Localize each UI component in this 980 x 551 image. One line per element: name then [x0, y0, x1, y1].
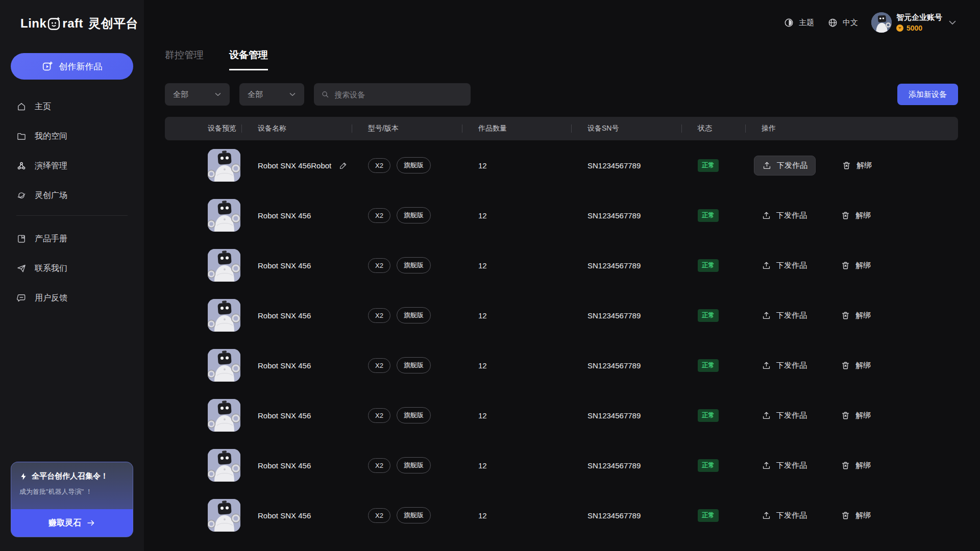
sidebar: Link raft 灵创平台 创作新作品 主页 [0, 0, 144, 551]
download-button[interactable]: 下发作品 [762, 211, 807, 220]
earn-lingshi-button[interactable]: 赚取灵石 [11, 509, 133, 537]
home-icon [16, 102, 27, 112]
download-button[interactable]: 下发作品 [754, 156, 816, 176]
search-icon [321, 90, 329, 99]
filter-select-type-value: 全部 [173, 90, 188, 99]
chevron-down-icon [288, 90, 297, 99]
sidebar-item-contact-us[interactable]: 联系我们 [8, 256, 136, 281]
brand-prefix: Link [20, 16, 46, 31]
model-badge: X2 [368, 458, 390, 473]
unbind-button[interactable]: 解绑 [841, 461, 871, 470]
main-content: 主题 中文 智元企业账号 5000 [144, 0, 980, 551]
download-button[interactable]: 下发作品 [762, 361, 807, 370]
device-sn: SN1234567789 [587, 261, 641, 270]
table-row: Robot SNX 456 X2 旗舰版 12 SN1234567789 正常 … [165, 390, 958, 440]
unbind-button[interactable]: 解绑 [841, 211, 871, 220]
works-count-cell: 12 [462, 361, 571, 370]
model-version-cell: X2 旗舰版 [352, 407, 462, 423]
tab-group-control[interactable]: 群控管理 [165, 48, 204, 70]
upload-icon [762, 411, 771, 420]
coin-icon [896, 24, 903, 32]
account-menu[interactable]: 智元企业账号 5000 [871, 12, 958, 33]
actions-cell: 下发作品 解绑 [745, 161, 958, 170]
version-badge: 旗舰版 [397, 407, 431, 423]
device-sn: SN1234567789 [587, 511, 641, 520]
device-name: Robot SNX 456 [258, 361, 311, 370]
sidebar-item-product-manual[interactable]: 产品手册 [8, 226, 136, 252]
table-row: Robot SNX 456 X2 旗舰版 12 SN1234567789 正常 … [165, 190, 958, 240]
unbind-button[interactable]: 解绑 [841, 361, 871, 370]
unbind-button[interactable]: 解绑 [841, 511, 871, 520]
model-badge: X2 [368, 258, 390, 273]
column-header-status: 状态 [681, 124, 745, 133]
download-label: 下发作品 [776, 511, 807, 520]
sidebar-item-label: 灵创广场 [35, 190, 67, 201]
status-badge: 正常 [698, 459, 719, 472]
model-version-cell: X2 旗舰版 [352, 157, 462, 173]
status-badge: 正常 [698, 359, 719, 372]
unbind-button[interactable]: 解绑 [841, 261, 871, 270]
unbind-label: 解绑 [855, 361, 871, 370]
device-sn: SN1234567789 [587, 161, 641, 170]
unbind-button[interactable]: 解绑 [841, 311, 871, 320]
unbind-label: 解绑 [855, 311, 871, 320]
device-sn: SN1234567789 [587, 461, 641, 470]
download-button[interactable]: 下发作品 [762, 261, 807, 270]
sidebar-item-label: 联系我们 [35, 263, 67, 274]
unbind-button[interactable]: 解绑 [841, 411, 871, 420]
robot-avatar [208, 199, 240, 232]
device-preview-cell [165, 449, 241, 482]
robot-avatar [208, 299, 240, 332]
download-button[interactable]: 下发作品 [762, 461, 807, 470]
filter-select-type[interactable]: 全部 [165, 83, 230, 106]
create-new-work-button[interactable]: 创作新作品 [11, 53, 133, 80]
sidebar-item-lingchuang-plaza[interactable]: 灵创广场 [8, 183, 136, 208]
feedback-comment-icon [16, 293, 27, 303]
download-button[interactable]: 下发作品 [762, 411, 807, 420]
upload-icon [762, 261, 771, 270]
robot-avatar [208, 449, 240, 482]
device-name: Robot SNX 456Robot [258, 161, 331, 170]
device-preview-cell [165, 399, 241, 432]
sidebar-item-performance-management[interactable]: 演绎管理 [8, 153, 136, 179]
version-badge: 旗舰版 [397, 357, 431, 373]
table-row: Robot SNX 456Robot X2 旗舰版 12 SN123456778… [165, 140, 958, 190]
sn-cell: SN1234567789 [571, 361, 681, 370]
sidebar-item-user-feedback[interactable]: 用户反馈 [8, 285, 136, 311]
account-info: 智元企业账号 5000 [896, 13, 942, 32]
unbind-label: 解绑 [855, 411, 871, 420]
model-badge: X2 [368, 158, 390, 173]
device-name-cell: Robot SNX 456 [241, 311, 352, 320]
actions-cell: 下发作品 解绑 [745, 461, 958, 470]
trash-icon [841, 211, 850, 220]
sidebar-item-my-space[interactable]: 我的空间 [8, 123, 136, 149]
theme-label: 主题 [799, 18, 814, 28]
promo-card: 全平台创作人召集令！ 成为首批"机器人导演" ！ 赚取灵石 [11, 462, 133, 537]
unbind-button[interactable]: 解绑 [842, 161, 872, 170]
table-body: Robot SNX 456Robot X2 旗舰版 12 SN123456778… [165, 140, 958, 540]
filter-select-status[interactable]: 全部 [239, 83, 304, 106]
search-input[interactable] [334, 90, 463, 99]
status-badge: 正常 [698, 209, 719, 222]
sidebar-item-home[interactable]: 主页 [8, 94, 136, 119]
language-switcher[interactable]: 中文 [827, 17, 858, 28]
theme-toggle[interactable]: 主题 [783, 17, 814, 28]
works-count: 12 [478, 511, 487, 520]
tab-device-management[interactable]: 设备管理 [229, 48, 268, 70]
edit-name-icon[interactable] [338, 161, 348, 170]
download-label: 下发作品 [776, 211, 807, 220]
actions-cell: 下发作品 解绑 [745, 411, 958, 420]
download-label: 下发作品 [776, 311, 807, 320]
status-badge: 正常 [698, 409, 719, 422]
download-button[interactable]: 下发作品 [762, 311, 807, 320]
sidebar-nav: 主页 我的空间 演绎管理 灵创广场 [0, 94, 144, 311]
model-version-cell: X2 旗舰版 [352, 457, 462, 473]
chevron-down-icon[interactable] [947, 17, 958, 28]
download-button[interactable]: 下发作品 [762, 511, 807, 520]
column-header-preview: 设备预览 [165, 124, 241, 133]
device-preview-cell [165, 199, 241, 232]
add-device-button[interactable]: 添加新设备 [897, 84, 958, 105]
trash-icon [841, 261, 850, 270]
share-nodes-icon [16, 161, 27, 171]
trash-icon [841, 511, 850, 520]
